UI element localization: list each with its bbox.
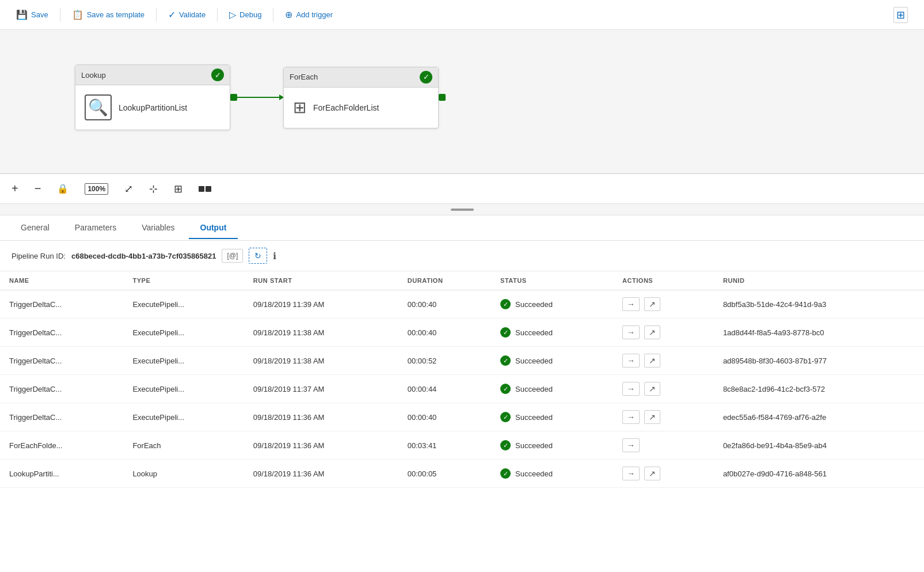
zoom-layout-button[interactable]: ⊞ xyxy=(172,180,185,198)
toolbar-right: ⊞ xyxy=(884,3,917,26)
action-redirect-button[interactable]: → xyxy=(622,467,640,480)
save-template-button[interactable]: 📋 Save as template xyxy=(63,0,154,29)
cell-runid: af0b027e-d9d0-4716-a848-561 xyxy=(714,460,924,488)
main-toolbar: 💾 Save 📋 Save as template ✓ Validate ▷ D… xyxy=(0,0,924,30)
lookup-node-label: LookupPartitionList xyxy=(119,103,187,112)
add-trigger-label: Add trigger xyxy=(296,10,333,19)
status-text: Succeeded xyxy=(515,357,553,365)
cell-type: ExecutePipeli... xyxy=(123,290,244,319)
tab-output[interactable]: Output xyxy=(189,217,238,239)
status-text: Succeeded xyxy=(515,300,553,309)
action-redirect-button[interactable]: → xyxy=(622,325,640,339)
col-type: TYPE xyxy=(123,271,244,290)
cell-name: TriggerDeltaC... xyxy=(0,375,123,403)
add-trigger-icon: ⊕ xyxy=(285,9,292,20)
zoom-100-icon: 100% xyxy=(85,183,108,195)
status-success-icon: ✓ xyxy=(500,384,511,394)
toolbar-divider-1 xyxy=(60,8,60,22)
cell-type: ExecutePipeli... xyxy=(123,375,244,403)
action-details-button[interactable]: ↗ xyxy=(644,382,660,396)
lookup-node[interactable]: Lookup ✓ 🔍 LookupPartitionList xyxy=(75,65,230,130)
cell-status: ✓ Succeeded xyxy=(491,375,613,403)
panel-divider[interactable] xyxy=(0,204,924,215)
action-details-button[interactable]: ↗ xyxy=(644,297,660,311)
pipeline-connector xyxy=(230,94,283,101)
pipeline-canvas[interactable]: Lookup ✓ 🔍 LookupPartitionList ForEach ✓… xyxy=(0,30,924,174)
cell-name: LookupPartiti... xyxy=(0,460,123,488)
status-success-icon: ✓ xyxy=(500,299,511,309)
toolbar-divider-3 xyxy=(217,8,218,22)
zoom-fit-page-button[interactable]: ⤢ xyxy=(122,180,135,198)
cell-runid: ad89548b-8f30-4603-87b1-977 xyxy=(714,347,924,375)
table-row: TriggerDeltaC... ExecutePipeli... 09/18/… xyxy=(0,347,924,375)
output-panel: Pipeline Run ID: c68beced-dcdb-4bb1-a73b… xyxy=(0,241,924,488)
lookup-node-header: Lookup ✓ xyxy=(75,65,230,85)
more-options-button[interactable]: ⊞ xyxy=(884,3,917,26)
cell-runid: 0e2fa86d-be91-4b4a-85e9-ab4 xyxy=(714,431,924,460)
zoom-add-button[interactable]: + xyxy=(9,180,21,198)
zoom-subtract-button[interactable]: − xyxy=(32,180,44,198)
action-redirect-button[interactable]: → xyxy=(622,438,640,452)
action-redirect-button[interactable]: → xyxy=(622,297,640,311)
cell-duration: 00:00:40 xyxy=(398,290,491,319)
cell-status: ✓ Succeeded xyxy=(491,460,613,488)
cell-status: ✓ Succeeded xyxy=(491,431,613,460)
foreach-node[interactable]: ForEach ✓ ⊞ ForEachFolderList xyxy=(283,67,439,128)
foreach-node-body: ⊞ ForEachFolderList xyxy=(284,88,438,128)
zoom-select-button[interactable]: ⊹ xyxy=(147,180,160,198)
cell-run-start: 09/18/2019 11:38 AM xyxy=(244,319,398,347)
copy-run-id-button[interactable]: [@] xyxy=(222,249,243,263)
save-icon: 💾 xyxy=(16,9,28,20)
tab-general[interactable]: General xyxy=(9,217,61,239)
action-details-button[interactable]: ↗ xyxy=(644,354,660,368)
validate-button[interactable]: ✓ Validate xyxy=(159,0,215,29)
cell-name: TriggerDeltaC... xyxy=(0,403,123,431)
zoom-lock-button[interactable]: 🔒 xyxy=(55,181,71,196)
action-redirect-button[interactable]: → xyxy=(622,354,640,368)
zoom-subtract-icon: − xyxy=(35,182,41,195)
foreach-node-title: ForEach xyxy=(290,73,318,81)
cell-runid: edec55a6-f584-4769-af76-a2fe xyxy=(714,403,924,431)
save-button[interactable]: 💾 Save xyxy=(7,0,58,29)
copy-icon: [@] xyxy=(227,252,238,260)
debug-button[interactable]: ▷ Debug xyxy=(220,0,271,29)
col-duration: DURATION xyxy=(398,271,491,290)
connector-start-dot xyxy=(230,94,237,101)
output-table: NAME TYPE RUN START DURATION STATUS ACTI… xyxy=(0,271,924,488)
lookup-success-badge: ✓ xyxy=(211,69,224,81)
action-details-button[interactable]: ↗ xyxy=(644,410,660,424)
cell-type: ExecutePipeli... xyxy=(123,403,244,431)
status-text: Succeeded xyxy=(515,469,553,478)
cell-actions: → ↗ xyxy=(613,375,714,403)
validate-label: Validate xyxy=(179,10,206,19)
info-button[interactable]: ℹ xyxy=(273,251,276,262)
tab-parameters[interactable]: Parameters xyxy=(63,217,128,239)
fit-page-icon: ⤢ xyxy=(124,183,133,195)
action-details-button[interactable]: ↗ xyxy=(644,325,660,339)
zoom-snap-button[interactable] xyxy=(196,184,214,194)
col-name: NAME xyxy=(0,271,123,290)
action-redirect-button[interactable]: → xyxy=(622,410,640,424)
tab-variables[interactable]: Variables xyxy=(130,217,186,239)
cell-status: ✓ Succeeded xyxy=(491,290,613,319)
save-label: Save xyxy=(31,10,48,19)
cell-runid: 8dbf5a3b-51de-42c4-941d-9a3 xyxy=(714,290,924,319)
zoom-100-button[interactable]: 100% xyxy=(82,181,111,197)
refresh-button[interactable]: ↻ xyxy=(249,248,267,264)
save-template-icon: 📋 xyxy=(72,9,83,20)
cell-type: ForEach xyxy=(123,431,244,460)
cell-name: TriggerDeltaC... xyxy=(0,290,123,319)
lookup-node-title: Lookup xyxy=(81,71,106,79)
save-template-label: Save as template xyxy=(87,10,145,19)
add-trigger-button[interactable]: ⊕ Add trigger xyxy=(276,0,342,29)
more-options-icon: ⊞ xyxy=(893,7,908,23)
toolbar-divider-2 xyxy=(156,8,157,22)
action-redirect-button[interactable]: → xyxy=(622,382,640,396)
action-details-button[interactable]: ↗ xyxy=(644,467,660,480)
status-text: Succeeded xyxy=(515,385,553,393)
debug-icon: ▷ xyxy=(229,9,236,20)
cell-run-start: 09/18/2019 11:36 AM xyxy=(244,431,398,460)
table-row: ForEachFolde... ForEach 09/18/2019 11:36… xyxy=(0,431,924,460)
lookup-node-body: 🔍 LookupPartitionList xyxy=(75,85,230,130)
status-text: Succeeded xyxy=(515,328,553,337)
